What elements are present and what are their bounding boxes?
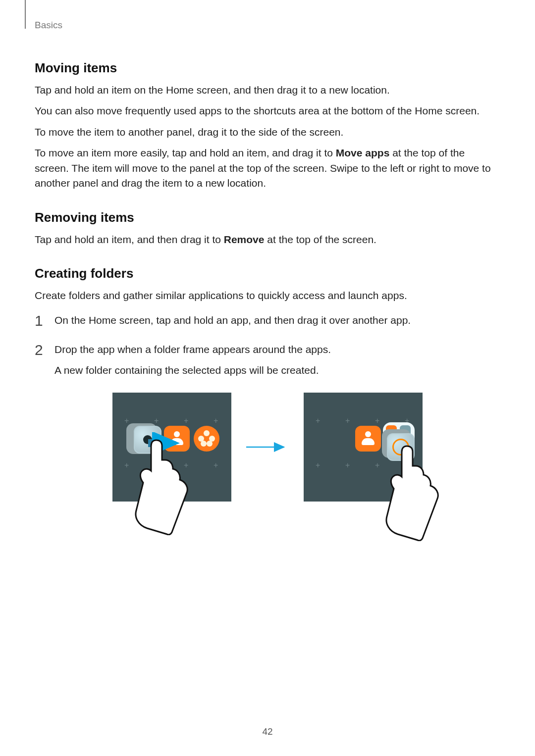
hand-pointer-icon (127, 436, 192, 535)
app-icon-gallery (194, 426, 219, 452)
list-item: On the Home screen, tap and hold an app,… (35, 312, 500, 328)
home-screen-illustration-after: + + + + + + + (304, 393, 423, 502)
app-icon-contacts (355, 426, 381, 452)
arrow-right-icon (245, 442, 290, 452)
body-text: Create folders and gather similar applic… (35, 288, 500, 303)
text-fragment: To move an item more easily, tap and hol… (35, 147, 336, 158)
body-text: To move an item more easily, tap and hol… (35, 146, 500, 191)
bold-term: Move apps (336, 147, 390, 158)
step-text: Drop the app when a folder frame appears… (54, 344, 331, 355)
page-number: 42 (0, 726, 535, 737)
step-subtext: A new folder containing the selected app… (54, 362, 500, 378)
bold-term: Remove (224, 234, 265, 245)
body-text: You can also move frequently used apps t… (35, 103, 500, 118)
body-text: To move the item to another panel, drag … (35, 125, 500, 140)
header-rule (25, 0, 26, 29)
heading-creating-folders: Creating folders (35, 266, 500, 281)
body-text: Tap and hold an item, and then drag it t… (35, 232, 500, 247)
heading-removing-items: Removing items (35, 210, 500, 225)
body-text: Tap and hold an item on the Home screen,… (35, 83, 500, 98)
text-fragment: at the top of the screen. (264, 234, 376, 245)
home-screen-illustration-before: + + + + + + + (112, 393, 231, 502)
heading-moving-items: Moving items (35, 60, 500, 76)
step-list: On the Home screen, tap and hold an app,… (35, 312, 500, 378)
step-text: On the Home screen, tap and hold an app,… (54, 314, 411, 326)
list-item: Drop the app when a folder frame appears… (35, 342, 500, 378)
text-fragment: Tap and hold an item, and then drag it t… (35, 234, 224, 245)
figure-row: + + + + + + + (35, 393, 500, 502)
hand-pointer-icon (378, 442, 442, 541)
breadcrumb: Basics (35, 20, 500, 31)
